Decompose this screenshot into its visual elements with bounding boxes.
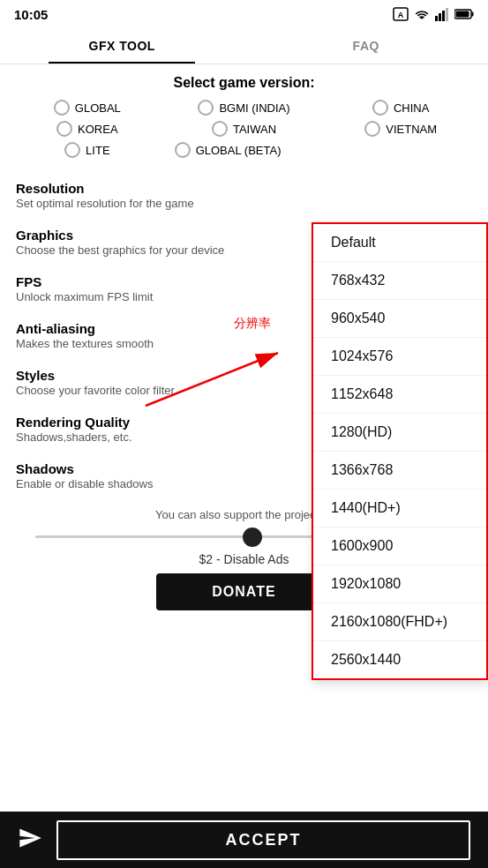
bottom-bar: ACCEPT xyxy=(0,812,488,868)
version-korea[interactable]: KOREA xyxy=(9,121,166,137)
radio-china xyxy=(372,100,388,116)
send-icon[interactable] xyxy=(18,826,42,854)
radio-korea xyxy=(56,121,72,137)
game-version-title: Select game version: xyxy=(0,75,488,91)
radio-vietnam xyxy=(364,121,380,137)
resolution-option-5[interactable]: 1366x768 xyxy=(313,452,486,490)
setting-resolution: Resolution Set optimal resolution for th… xyxy=(16,172,472,219)
resolution-option-10[interactable]: 2560x1440 xyxy=(313,641,486,678)
accept-button[interactable]: ACCEPT xyxy=(56,820,470,860)
version-options: GLOBAL BGMI (INDIA) CHINA KOREA TAIWAN V… xyxy=(0,100,488,158)
tab-gfx-tool[interactable]: GFX TOOL xyxy=(0,28,244,64)
resolution-option-default[interactable]: Default xyxy=(313,224,486,262)
version-global-beta[interactable]: GLOBAL (BETA) xyxy=(166,142,479,158)
setting-resolution-title: Resolution xyxy=(16,181,472,196)
resolution-option-9[interactable]: 2160x1080(FHD+) xyxy=(313,603,486,641)
version-lite[interactable]: LITE xyxy=(9,142,166,158)
battery-icon xyxy=(454,8,474,20)
a-icon: A xyxy=(393,7,409,21)
resolution-option-6[interactable]: 1440(HD+) xyxy=(313,490,486,528)
resolution-option-1[interactable]: 960x540 xyxy=(313,300,486,338)
svg-rect-2 xyxy=(435,16,438,21)
radio-lite xyxy=(64,142,80,158)
resolution-option-7[interactable]: 1600x900 xyxy=(313,528,486,565)
radio-global xyxy=(54,100,70,116)
game-version-section: Select game version: GLOBAL BGMI (INDIA)… xyxy=(0,64,488,165)
tab-bar: GFX TOOL FAQ xyxy=(0,28,488,64)
version-china[interactable]: CHINA xyxy=(322,100,479,116)
radio-global-beta xyxy=(175,142,191,158)
svg-rect-4 xyxy=(442,11,445,21)
status-bar: 10:05 A xyxy=(0,0,488,28)
status-icons: A xyxy=(393,7,474,21)
resolution-option-2[interactable]: 1024x576 xyxy=(313,338,486,376)
status-time: 10:05 xyxy=(14,7,48,22)
svg-text:A: A xyxy=(398,11,404,19)
donate-button[interactable]: DONATE xyxy=(156,573,333,610)
setting-resolution-desc: Set optimal resolution for the game xyxy=(16,197,472,210)
wifi-icon xyxy=(414,7,430,21)
svg-rect-3 xyxy=(439,13,441,21)
version-taiwan[interactable]: TAIWAN xyxy=(166,121,323,137)
resolution-dropdown[interactable]: Default 768x432 960x540 1024x576 1152x64… xyxy=(312,222,488,680)
resolution-option-0[interactable]: 768x432 xyxy=(313,262,486,300)
signal-icon xyxy=(435,7,449,21)
slider-thumb[interactable] xyxy=(243,528,262,547)
version-vietnam[interactable]: VIETNAM xyxy=(322,121,479,137)
radio-taiwan xyxy=(212,121,228,137)
resolution-option-3[interactable]: 1152x648 xyxy=(313,376,486,414)
version-bgmi[interactable]: BGMI (INDIA) xyxy=(166,100,323,116)
svg-rect-7 xyxy=(472,12,474,17)
svg-rect-8 xyxy=(456,11,469,18)
radio-bgmi xyxy=(198,100,214,116)
resolution-option-8[interactable]: 1920x1080 xyxy=(313,565,486,603)
version-global[interactable]: GLOBAL xyxy=(9,100,166,116)
resolution-option-4[interactable]: 1280(HD) xyxy=(313,414,486,452)
svg-rect-5 xyxy=(446,8,448,21)
tab-faq[interactable]: FAQ xyxy=(244,28,489,64)
